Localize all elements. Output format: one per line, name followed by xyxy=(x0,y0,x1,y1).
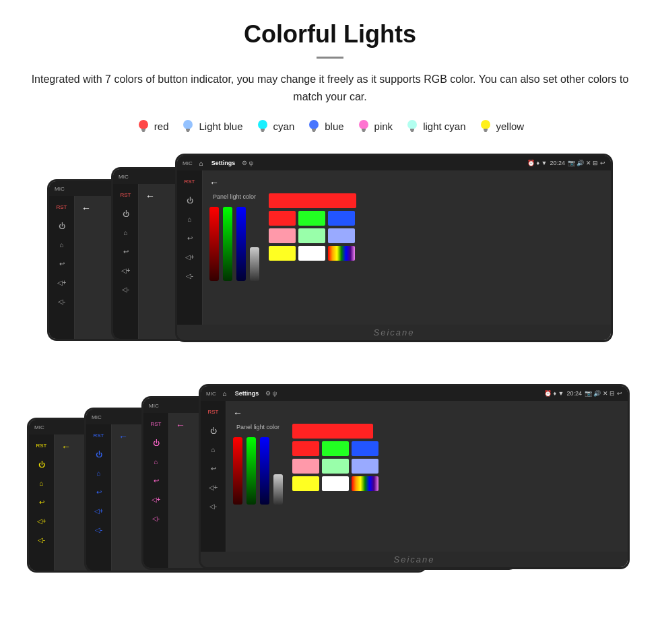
home-icon: ⌂ xyxy=(55,238,69,251)
color-label-lightblue: Light blue xyxy=(199,121,242,132)
sidebar-3: RST ⏻ ⌂ ↩ ◁+ ◁- xyxy=(177,170,203,325)
bottom-color-row-1 xyxy=(292,424,621,439)
slider-red[interactable] xyxy=(209,207,219,281)
svg-rect-13 xyxy=(362,129,366,131)
svg-point-3 xyxy=(183,120,193,129)
vol-up-icon-2: ◁+ xyxy=(119,263,133,277)
vol-up-icon-3: ◁+ xyxy=(183,250,197,263)
color-row-2 xyxy=(269,211,604,226)
svg-rect-4 xyxy=(186,129,190,131)
svg-rect-20 xyxy=(484,131,487,132)
watermark-top: Seicane xyxy=(177,325,611,340)
power-icon-b4: ⏻ xyxy=(207,424,220,437)
power-icon-b1: ⏻ xyxy=(35,457,48,471)
bottom-color-preset-pink[interactable] xyxy=(292,459,319,474)
bottom-color-preset-red[interactable] xyxy=(292,441,319,456)
bulb-icon-yellow xyxy=(478,119,493,133)
back-icon-2: ↩ xyxy=(119,245,133,258)
vol-up-icon-b4: ◁+ xyxy=(207,480,220,494)
svg-rect-7 xyxy=(261,129,265,131)
bottom-color-preset-blue[interactable] xyxy=(352,441,378,456)
vol-up-icon-b1: ◁+ xyxy=(35,514,48,527)
power-icon-2: ⏻ xyxy=(119,207,133,220)
slider-green[interactable] xyxy=(223,207,232,281)
color-label-red: red xyxy=(154,121,169,132)
vol-dn-icon-3: ◁- xyxy=(183,269,197,282)
sidebar-2: RST ⏻ ⌂ ↩ ◁+ ◁- xyxy=(113,184,139,339)
back-button-b4[interactable]: ← xyxy=(233,408,621,418)
svg-point-15 xyxy=(407,120,417,129)
title-divider xyxy=(317,57,343,59)
back-icon-3: ↩ xyxy=(183,231,197,245)
power-icon-b3: ⏻ xyxy=(150,436,163,449)
bottom-sidebar-3: RST ⏻ ⌂ ↩ ◁+ ◁- xyxy=(143,413,169,568)
svg-rect-2 xyxy=(142,131,145,132)
screens-section: MIC ⌂ ◁ RST ⏻ ⌂ ↩ ◁+ ◁- xyxy=(27,152,633,600)
bottom-slider-blue[interactable] xyxy=(260,437,269,505)
home-icon-2: ⌂ xyxy=(119,226,133,239)
colors-grid xyxy=(269,193,604,318)
page-container: Colorful Lights Integrated with 7 colors… xyxy=(0,0,660,620)
bottom-slider-red[interactable] xyxy=(233,437,242,505)
color-label-yellow: yellow xyxy=(496,121,525,132)
bottom-color-row-2 xyxy=(292,441,621,456)
sidebar-1: RST ⏻ ⌂ ↩ ◁+ ◁- xyxy=(49,196,75,339)
svg-point-9 xyxy=(309,120,319,129)
rst-icon-b1: RST xyxy=(35,439,48,452)
color-preset-blue[interactable] xyxy=(328,211,355,226)
color-preset-green[interactable] xyxy=(298,211,325,226)
vol-dn-icon-b1: ◁- xyxy=(35,533,48,546)
main-content-3: ← Panel light color xyxy=(203,170,611,325)
bottom-color-preset-yellow[interactable] xyxy=(292,476,319,491)
bottom-color-preset-red-wide[interactable] xyxy=(292,424,373,439)
bottom-color-row-3 xyxy=(292,459,621,474)
color-preset-lightblue[interactable] xyxy=(328,228,355,243)
bottom-sidebar-2: RST ⏻ ⌂ ↩ ◁+ ◁- xyxy=(86,424,112,571)
bottom-slider-white[interactable] xyxy=(273,474,283,505)
back-button-3[interactable]: ← xyxy=(209,177,604,188)
bottom-status-bar-4: MIC ⌂ Settings ⚙ ψ ⏰ ♦ ▼ 20:24 📷 🔊 ✕ ⊟ ↩ xyxy=(201,386,628,401)
rst-icon-3: RST xyxy=(183,174,197,188)
bulb-icon-pink xyxy=(356,119,371,133)
color-preset-white[interactable] xyxy=(298,246,325,261)
color-preset-lightgreen[interactable] xyxy=(298,228,325,243)
bottom-panel-label: Panel light color xyxy=(236,424,279,430)
bottom-slider-green[interactable] xyxy=(246,437,256,505)
bottom-color-preset-rainbow[interactable] xyxy=(352,476,378,491)
bottom-sidebar-1: RST ⏻ ⌂ ↩ ◁+ ◁- xyxy=(29,434,55,571)
color-label-cyan: cyan xyxy=(273,121,295,132)
bottom-sliders-row xyxy=(233,437,283,505)
color-label-blue: blue xyxy=(325,121,343,132)
bulb-icon-red xyxy=(136,119,151,133)
color-preset-red[interactable] xyxy=(269,211,296,226)
color-indicators: red Light blue cyan xyxy=(27,119,633,133)
panel-section: Panel light color xyxy=(209,193,604,318)
color-preset-rainbow[interactable] xyxy=(328,246,355,261)
bottom-color-preset-white[interactable] xyxy=(322,476,349,491)
sliders-area: Panel light color xyxy=(209,193,259,318)
color-preset-red-wide[interactable] xyxy=(269,193,356,208)
vol-up-icon-b2: ◁+ xyxy=(92,504,106,517)
color-item-cyan: cyan xyxy=(255,119,295,133)
home-icon-b2: ⌂ xyxy=(92,466,106,480)
bottom-color-preset-green[interactable] xyxy=(322,441,349,456)
slider-white[interactable] xyxy=(250,247,259,281)
color-preset-pink[interactable] xyxy=(269,228,296,243)
svg-rect-10 xyxy=(312,129,316,131)
color-preset-yellow[interactable] xyxy=(269,246,296,261)
settings-title: Settings xyxy=(211,160,236,166)
home-icon-b4: ⌂ xyxy=(207,443,220,456)
slider-blue[interactable] xyxy=(236,207,246,281)
bottom-sliders-area: Panel light color xyxy=(233,424,283,545)
color-item-red: red xyxy=(136,119,169,133)
bottom-color-row-4 xyxy=(292,476,621,491)
bottom-color-preset-lightblue[interactable] xyxy=(352,459,378,474)
page-title: Colorful Lights xyxy=(27,20,633,49)
svg-rect-16 xyxy=(410,129,414,131)
back-icon-b1: ↩ xyxy=(35,495,48,509)
panel-label: Panel light color xyxy=(213,193,256,200)
vol-up-icon: ◁+ xyxy=(55,276,69,289)
bottom-color-preset-lightgreen[interactable] xyxy=(322,459,349,474)
bulb-icon-cyan xyxy=(255,119,270,133)
bottom-panel-section: Panel light color xyxy=(233,424,621,545)
